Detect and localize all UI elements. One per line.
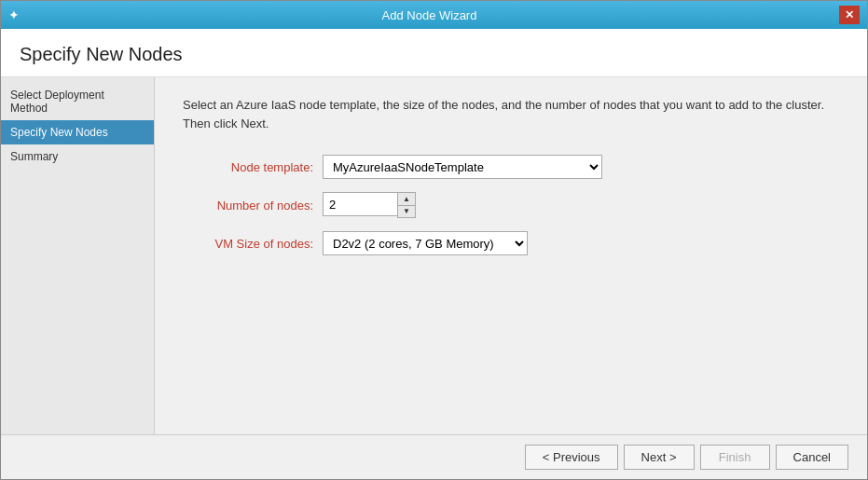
form-row-number-of-nodes: Number of nodes: ▲ ▼	[192, 192, 839, 218]
node-template-control: MyAzureIaaSNodeTemplate	[323, 155, 602, 179]
number-of-nodes-label: Number of nodes:	[192, 199, 313, 213]
title-bar: ✦ Add Node Wizard ✕	[1, 1, 867, 29]
app-icon: ✦	[8, 7, 20, 22]
vm-size-control: D2v2 (2 cores, 7 GB Memory) D3v2 (4 core…	[323, 231, 528, 255]
form-grid: Node template: MyAzureIaaSNodeTemplate N…	[192, 155, 839, 255]
close-button[interactable]: ✕	[839, 6, 860, 24]
wizard-window: ✦ Add Node Wizard ✕ Specify New Nodes Se…	[0, 0, 868, 480]
main-content: Select an Azure IaaS node template, the …	[155, 77, 867, 434]
next-button[interactable]: Next >	[624, 445, 695, 470]
sidebar-item-label: Summary	[10, 150, 58, 163]
spin-up-button[interactable]: ▲	[398, 193, 415, 205]
sidebar-item-label: Specify New Nodes	[10, 126, 108, 139]
previous-button[interactable]: < Previous	[525, 445, 618, 470]
sidebar-item-select-deployment[interactable]: Select Deployment Method	[1, 83, 154, 120]
sidebar: Select Deployment Method Specify New Nod…	[1, 77, 155, 434]
number-of-nodes-control: ▲ ▼	[323, 192, 416, 218]
sidebar-item-specify-nodes[interactable]: Specify New Nodes	[1, 120, 154, 144]
cancel-button[interactable]: Cancel	[776, 445, 848, 470]
form-row-vm-size: VM Size of nodes: D2v2 (2 cores, 7 GB Me…	[192, 231, 839, 255]
node-template-label: Node template:	[192, 160, 313, 174]
vm-size-label: VM Size of nodes:	[192, 237, 313, 251]
form-row-node-template: Node template: MyAzureIaaSNodeTemplate	[192, 155, 839, 179]
spin-buttons: ▲ ▼	[397, 192, 416, 218]
wizard-body: Select Deployment Method Specify New Nod…	[1, 77, 867, 434]
description-text: Select an Azure IaaS node template, the …	[183, 96, 835, 132]
node-template-select[interactable]: MyAzureIaaSNodeTemplate	[323, 155, 602, 179]
sidebar-item-summary[interactable]: Summary	[1, 144, 154, 169]
spin-down-button[interactable]: ▼	[398, 205, 415, 217]
footer: < Previous Next > Finish Cancel	[1, 434, 867, 479]
wizard-header: Specify New Nodes	[1, 29, 867, 77]
number-of-nodes-input[interactable]	[323, 192, 397, 216]
finish-button[interactable]: Finish	[700, 445, 770, 470]
window-title: Add Node Wizard	[20, 8, 839, 22]
sidebar-item-label: Select Deployment Method	[10, 89, 104, 115]
title-bar-left: ✦	[8, 7, 20, 22]
vm-size-select[interactable]: D2v2 (2 cores, 7 GB Memory) D3v2 (4 core…	[323, 231, 528, 255]
page-title: Specify New Nodes	[20, 44, 183, 64]
